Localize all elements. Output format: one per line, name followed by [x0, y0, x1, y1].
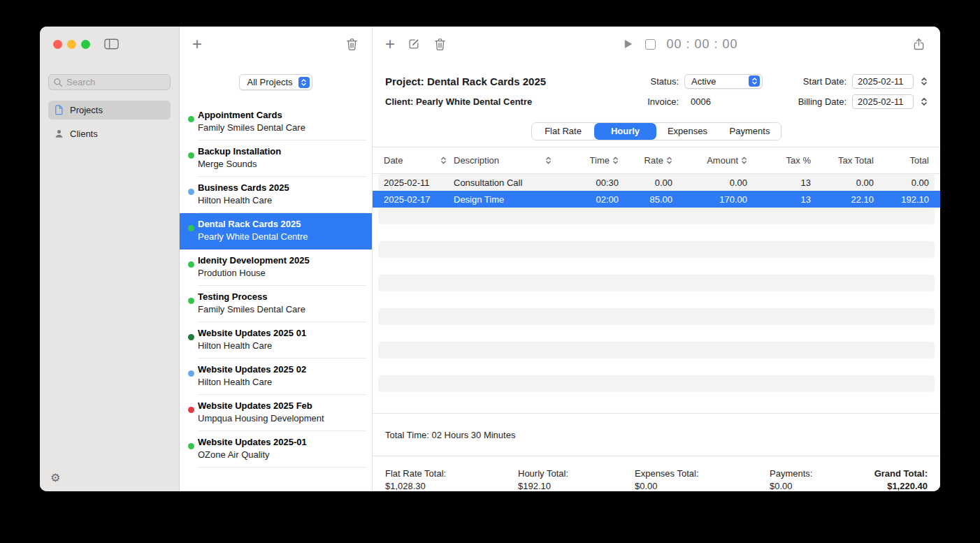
search-icon [53, 78, 63, 87]
project-client: Merge Sounds [198, 159, 365, 169]
tab-expenses[interactable]: Expenses [656, 123, 719, 140]
project-name: Backup Installation [198, 146, 365, 157]
table-header: Date Description Time Rate Amount Tax % [373, 147, 940, 174]
table-row[interactable]: 2025-02-11 Consultation Call 00:30 0.00 … [378, 174, 935, 191]
project-name: Website Updates 2025 01 [198, 328, 365, 338]
project-title: Project: Dental Rack Cards 2025 [385, 71, 613, 92]
project-list-item[interactable]: Appointment Cards Family Smiles Dental C… [180, 104, 372, 140]
cell-tax-pct: 13 [747, 178, 811, 188]
cell-tax-pct: 13 [747, 194, 811, 205]
cell-rate: 85.00 [619, 194, 672, 205]
column-header-amount[interactable]: Amount [672, 155, 747, 166]
timer-display: 00 : 00 : 00 [666, 37, 737, 52]
search-field[interactable] [48, 74, 171, 90]
project-list-item[interactable]: Website Updates 2025-01 OZone Air Qualit… [180, 431, 372, 468]
column-header-total[interactable]: Total [874, 155, 929, 166]
sort-icon [440, 156, 447, 165]
sidebar: Projects Clients ⚙ [40, 27, 180, 491]
sidebar-item-clients[interactable]: Clients [48, 124, 171, 143]
sidebar-item-label: Projects [70, 105, 103, 115]
minimize-window-button[interactable] [67, 40, 76, 49]
search-input[interactable] [66, 77, 166, 87]
project-status-dot [188, 298, 194, 304]
project-client: Hilton Health Care [198, 195, 365, 205]
project-list-item-selected[interactable]: Dental Rack Cards 2025 Pearly White Dent… [180, 213, 372, 249]
project-status-dot [188, 370, 194, 377]
cell-amount: 170.00 [672, 194, 747, 205]
filter-value: All Projects [247, 77, 292, 87]
project-list-item[interactable]: Website Updates 2025 Feb Umpqua Housing … [180, 395, 372, 431]
settings-gear-icon[interactable]: ⚙ [50, 472, 60, 484]
project-filter-select[interactable]: All Projects [239, 74, 312, 90]
add-entry-button[interactable]: + [385, 36, 395, 52]
sort-icon [545, 156, 552, 165]
project-list-toolbar: + [180, 27, 372, 61]
cell-date: 2025-02-11 [384, 178, 454, 188]
sidebar-item-projects[interactable]: Projects [48, 101, 171, 120]
status-select[interactable]: Active [684, 74, 763, 89]
empty-row [378, 208, 935, 224]
sort-icon [741, 156, 747, 165]
cell-description: Consultation Call [454, 178, 559, 188]
project-list-item[interactable]: Website Updates 2025 01 Hilton Health Ca… [180, 322, 372, 359]
sidebar-toggle-icon[interactable] [104, 38, 119, 50]
cell-date: 2025-02-17 [384, 194, 454, 205]
billing-date-input[interactable]: 2025-02-11 [852, 94, 914, 109]
project-status-dot [188, 443, 194, 449]
project-list-item[interactable]: Business Cards 2025 Hilton Health Care [180, 177, 372, 213]
close-window-button[interactable] [53, 40, 62, 49]
column-header-time[interactable]: Time [559, 155, 619, 166]
tab-hourly[interactable]: Hourly [594, 123, 656, 140]
project-name: Appointment Cards [198, 110, 365, 120]
edit-entry-button[interactable] [407, 37, 421, 51]
project-name: Business Cards 2025 [198, 182, 365, 193]
column-header-description[interactable]: Description [454, 155, 559, 166]
billing-tabs-row: Flat Rate Hourly Expenses Payments [373, 115, 940, 147]
empty-row [378, 291, 935, 308]
delete-project-button[interactable] [345, 37, 359, 52]
play-timer-button[interactable] [621, 37, 635, 51]
start-date-label: Start Date: [803, 76, 846, 87]
start-date-stepper[interactable] [921, 76, 928, 87]
cell-amount: 0.00 [672, 178, 747, 188]
share-button[interactable] [911, 37, 926, 52]
empty-row [378, 359, 935, 375]
payments-total: Payments: $0.00 [770, 468, 874, 491]
project-list: Appointment Cards Family Smiles Dental C… [180, 104, 372, 491]
popup-stepper-icon [749, 75, 760, 87]
status-label: Status: [651, 76, 679, 87]
project-header: Project: Dental Rack Cards 2025 Client: … [373, 61, 940, 115]
table-row-selected[interactable]: 2025-02-17 Design Time 02:00 85.00 170.0… [373, 191, 940, 208]
project-list-item[interactable]: Website Updates 2025 02 Hilton Health Ca… [180, 359, 372, 395]
billing-tabs: Flat Rate Hourly Expenses Payments [531, 122, 781, 140]
project-name: Dental Rack Cards 2025 [198, 219, 365, 229]
add-project-button[interactable]: + [192, 36, 202, 52]
stop-timer-checkbox[interactable] [645, 39, 656, 50]
tab-payments[interactable]: Payments [719, 123, 781, 140]
column-header-date[interactable]: Date [384, 155, 454, 166]
project-status-dot [188, 189, 194, 195]
start-date-input[interactable]: 2025-02-11 [852, 74, 914, 89]
column-header-tax-pct[interactable]: Tax % [747, 155, 811, 166]
popup-stepper-icon [298, 77, 310, 88]
project-name: Website Updates 2025-01 [198, 437, 365, 447]
zoom-window-button[interactable] [81, 40, 90, 49]
project-detail-panel: + 00 : 00 : 00 Project: Dental Rack Card… [373, 27, 940, 491]
cell-total: 192.10 [874, 194, 929, 205]
project-client: Hilton Health Care [198, 377, 365, 387]
billing-date-stepper[interactable] [921, 96, 928, 107]
project-list-item[interactable]: Testing Process Family Smiles Dental Car… [180, 286, 372, 322]
project-list-item[interactable]: Backup Installation Merge Sounds [180, 140, 372, 177]
column-header-rate[interactable]: Rate [619, 155, 672, 166]
delete-entry-button[interactable] [433, 37, 447, 52]
totals-bar: Flat Rate Total: $1,028.30 Hourly Total:… [373, 456, 940, 491]
column-label: Rate [644, 155, 663, 166]
project-list-item[interactable]: Idenity Development 2025 Prodution House [180, 249, 372, 286]
window-controls [40, 27, 179, 61]
tab-flat-rate[interactable]: Flat Rate [532, 123, 594, 140]
column-header-tax-total[interactable]: Tax Total [811, 155, 874, 166]
column-label: Total [910, 155, 929, 166]
cell-description: Design Time [454, 194, 559, 205]
sort-icon [612, 156, 619, 165]
hourly-total: Hourly Total: $192.10 [518, 468, 635, 491]
